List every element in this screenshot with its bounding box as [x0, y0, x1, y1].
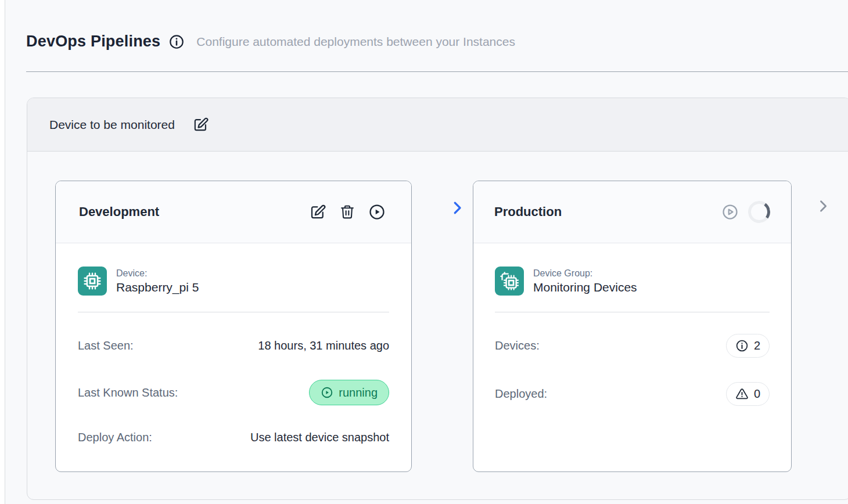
delete-stage-button[interactable]: [339, 204, 355, 220]
development-actions: [309, 203, 386, 221]
device-group-name: Monitoring Devices: [533, 280, 637, 294]
loading-spinner-icon: [747, 200, 772, 225]
development-card-body: Device: Raspberry_pi 5 Last Seen: 18 hou…: [56, 267, 411, 444]
pipeline-panel: Device to be monitored Development: [27, 98, 848, 500]
production-card-body: Device Group: Monitoring Devices Devices…: [473, 267, 791, 406]
deploy-action-row: Deploy Action: Use latest device snapsho…: [78, 431, 389, 444]
device-group-row: Device Group: Monitoring Devices: [495, 267, 770, 296]
chip-icon: [78, 267, 107, 296]
flow-chevron-right-icon: [448, 198, 466, 220]
info-icon[interactable]: [168, 34, 185, 50]
device-info: Device: Raspberry_pi 5: [116, 268, 199, 294]
deployed-label: Deployed:: [495, 387, 547, 401]
play-circle-icon: [721, 203, 739, 221]
last-known-status-row: Last Known Status: running: [78, 380, 389, 405]
info-circle-icon: [735, 339, 749, 352]
pipeline-name: Device to be monitored: [49, 118, 175, 132]
edit-square-icon: [192, 116, 209, 133]
page-subtitle: Configure automated deployments between …: [196, 35, 515, 49]
device-label: Device:: [116, 268, 199, 279]
pipeline-stages: Development: [27, 152, 848, 499]
devices-count-badge[interactable]: 2: [726, 334, 770, 358]
card-divider: [78, 312, 389, 312]
edit-stage-button[interactable]: [309, 203, 326, 221]
stage-card-production: Production: [473, 181, 792, 472]
last-seen-label: Last Seen:: [78, 339, 134, 352]
development-card-header: Development: [56, 181, 411, 243]
production-card-header: Production: [473, 181, 791, 243]
card-divider: [495, 312, 770, 312]
deployed-count: 0: [754, 387, 760, 401]
deployed-row: Deployed: 0: [495, 382, 770, 406]
pipeline-panel-header: Device to be monitored: [27, 98, 848, 152]
run-stage-button-disabled[interactable]: [721, 203, 739, 221]
edit-pipeline-button[interactable]: [192, 116, 209, 133]
last-seen-row: Last Seen: 18 hours, 31 minutes ago: [78, 339, 389, 352]
devices-count: 2: [754, 339, 760, 352]
status-label: Last Known Status:: [78, 386, 178, 399]
stage-title-production: Production: [494, 204, 562, 219]
play-circle-icon: [368, 203, 386, 221]
edit-square-icon: [309, 203, 326, 221]
deploy-action-value: Use latest device snapshot: [250, 431, 389, 444]
deploy-action-label: Deploy Action:: [78, 431, 152, 444]
trash-icon: [339, 204, 355, 220]
stage-card-development: Development: [55, 181, 412, 472]
warning-triangle-icon: [735, 387, 749, 401]
device-group-info: Device Group: Monitoring Devices: [533, 268, 637, 294]
device-name: Raspberry_pi 5: [116, 280, 199, 294]
page-header: DevOps Pipelines Configure automated dep…: [26, 33, 515, 51]
run-stage-button[interactable]: [368, 203, 386, 221]
status-badge: running: [309, 380, 389, 405]
chip-group-icon: [495, 267, 524, 296]
stage-title-development: Development: [79, 204, 159, 219]
devops-pipelines-page: DevOps Pipelines Configure automated dep…: [5, 0, 848, 504]
status-value: running: [339, 386, 378, 399]
production-actions: [721, 201, 770, 223]
devices-row: Devices: 2: [495, 334, 770, 358]
next-stage-chevron-icon: [815, 197, 831, 218]
page-divider: [26, 71, 848, 72]
last-seen-value: 18 hours, 31 minutes ago: [258, 339, 389, 352]
screen: DevOps Pipelines Configure automated dep…: [0, 0, 848, 504]
play-circle-icon: [321, 386, 333, 399]
device-group-label: Device Group:: [533, 268, 637, 279]
page-title: DevOps Pipelines: [26, 33, 160, 51]
device-row: Device: Raspberry_pi 5: [78, 267, 389, 296]
deployed-count-badge[interactable]: 0: [726, 382, 770, 406]
devices-label: Devices:: [495, 339, 540, 352]
